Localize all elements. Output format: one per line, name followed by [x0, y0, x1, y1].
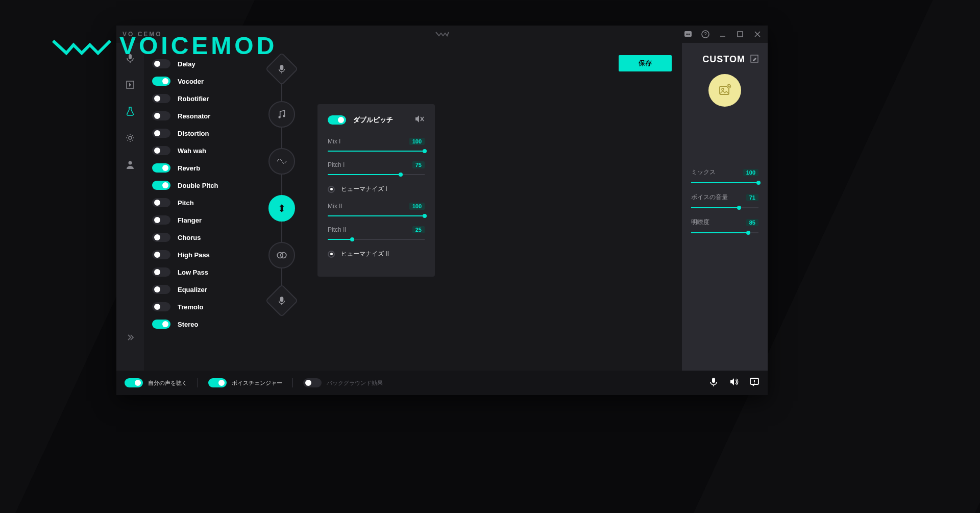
- effect-toggle[interactable]: [152, 285, 170, 294]
- bottom-bar: 自分の声を聴く ボイスチェンジャー バックグラウンド効果: [116, 371, 768, 395]
- edit-icon[interactable]: [750, 55, 758, 65]
- close-icon[interactable]: [753, 30, 762, 38]
- effect-toggle[interactable]: [152, 250, 170, 259]
- effect-label: Chorus: [178, 234, 201, 241]
- nav-account-icon[interactable]: [124, 158, 136, 170]
- effect-panel-title: ダブルピッチ: [353, 115, 393, 125]
- toggle-background[interactable]: [303, 378, 322, 387]
- nav-voicelab-icon[interactable]: [124, 105, 136, 117]
- effect-row[interactable]: Double Pitch: [152, 177, 246, 194]
- effects-list: DelayVocoderRobotifierResonatorDistortio…: [144, 43, 246, 371]
- discord-icon[interactable]: [684, 30, 692, 38]
- toggle-hear-self[interactable]: [125, 378, 143, 387]
- checkbox-row[interactable]: ヒューマナイズ II: [328, 250, 425, 258]
- effect-row[interactable]: Robotifier: [152, 90, 246, 107]
- effect-panel-toggle[interactable]: [328, 115, 346, 125]
- effect-label: Stereo: [178, 321, 198, 328]
- slider[interactable]: [328, 236, 425, 242]
- toggle-voice-changer[interactable]: [208, 378, 227, 387]
- effect-row[interactable]: Resonator: [152, 107, 246, 125]
- feedback-icon[interactable]: [749, 377, 760, 389]
- help-icon[interactable]: ?: [701, 30, 709, 38]
- effect-row[interactable]: Vocoder: [152, 72, 246, 90]
- checkbox-label: ヒューマナイズ II: [341, 250, 389, 258]
- effect-toggle[interactable]: [152, 77, 170, 86]
- slider[interactable]: [328, 148, 425, 154]
- sidebar-nav: [116, 43, 144, 371]
- chain-node-music[interactable]: [268, 101, 295, 128]
- effect-toggle[interactable]: [152, 215, 170, 225]
- effect-label: High Pass: [178, 251, 210, 259]
- effect-label: Equalizer: [178, 286, 207, 294]
- speaker-icon[interactable]: [729, 377, 739, 389]
- svg-rect-27: [712, 378, 715, 383]
- param-label: Pitch II: [328, 226, 347, 233]
- slider[interactable]: [691, 180, 758, 186]
- param-label: ボイスの音量: [691, 193, 728, 202]
- chain-node-wave[interactable]: [268, 148, 295, 175]
- svg-point-23: [722, 88, 724, 90]
- mute-icon[interactable]: [414, 114, 425, 126]
- maximize-icon[interactable]: [736, 30, 744, 38]
- checkbox-radio[interactable]: [328, 186, 335, 193]
- save-button[interactable]: 保存: [619, 55, 672, 71]
- effect-toggle[interactable]: [152, 233, 170, 242]
- effect-row[interactable]: Equalizer: [152, 281, 246, 298]
- svg-point-12: [129, 161, 132, 165]
- effect-toggle[interactable]: [152, 129, 170, 138]
- param-value: 100: [743, 169, 758, 176]
- effect-row[interactable]: Chorus: [152, 229, 246, 246]
- effect-row[interactable]: Pitch: [152, 194, 246, 211]
- effect-row[interactable]: Reverb: [152, 159, 246, 177]
- svg-text:?: ?: [704, 32, 707, 37]
- nav-settings-icon[interactable]: [124, 132, 136, 144]
- slider[interactable]: [328, 213, 425, 219]
- slider[interactable]: [328, 172, 425, 178]
- effect-chain: [246, 43, 317, 371]
- chain-node-double-pitch[interactable]: [268, 195, 295, 222]
- brand-text: VOICEMOD: [119, 32, 277, 60]
- effect-row[interactable]: Wah wah: [152, 142, 246, 159]
- chain-node-output[interactable]: [265, 284, 298, 317]
- voicemod-logo-icon: [51, 35, 112, 57]
- app-window: VO CEMO ? DelayVocoderRobotifierResonato…: [116, 26, 768, 395]
- chain-node-stereo[interactable]: [268, 242, 295, 268]
- divider: [198, 378, 198, 387]
- param-value: 25: [412, 226, 425, 233]
- effect-label: Robotifier: [178, 95, 209, 103]
- svg-point-14: [278, 116, 280, 118]
- center-area: 保存 ダブルピッチ Mix I100Pitch I75ヒューマナイズ IMix …: [317, 43, 682, 371]
- effect-row[interactable]: Flanger: [152, 211, 246, 229]
- param-label: Mix I: [328, 138, 340, 145]
- svg-point-2: [689, 34, 690, 35]
- label-hear-self: 自分の声を聴く: [148, 379, 187, 387]
- nav-expand-icon[interactable]: [126, 333, 135, 344]
- param-label: Mix II: [328, 203, 342, 210]
- effect-row[interactable]: Stereo: [152, 315, 246, 333]
- brand-logo: VOICEMOD: [51, 32, 277, 60]
- avatar-add-image[interactable]: [708, 74, 741, 107]
- svg-rect-13: [280, 65, 284, 70]
- checkbox-row[interactable]: ヒューマナイズ I: [328, 185, 425, 193]
- mic-icon[interactable]: [708, 377, 719, 389]
- effect-toggle[interactable]: [152, 111, 170, 120]
- minimize-icon[interactable]: [719, 30, 727, 38]
- effect-toggle[interactable]: [152, 146, 170, 155]
- nav-soundboard-icon[interactable]: [124, 79, 136, 91]
- effect-toggle[interactable]: [152, 198, 170, 207]
- effect-toggle[interactable]: [152, 320, 170, 329]
- checkbox-radio[interactable]: [328, 251, 335, 258]
- slider[interactable]: [691, 230, 758, 236]
- effect-toggle[interactable]: [152, 302, 170, 311]
- effect-row[interactable]: High Pass: [152, 246, 246, 263]
- effect-toggle[interactable]: [152, 94, 170, 103]
- param-group: Mix II100: [328, 203, 425, 219]
- effect-row[interactable]: Tremolo: [152, 298, 246, 315]
- effect-toggle[interactable]: [152, 163, 170, 173]
- effect-row[interactable]: Low Pass: [152, 263, 246, 281]
- effect-toggle[interactable]: [152, 181, 170, 190]
- effect-toggle[interactable]: [152, 267, 170, 277]
- effect-toggle[interactable]: [152, 59, 170, 68]
- effect-row[interactable]: Distortion: [152, 125, 246, 142]
- slider[interactable]: [691, 205, 758, 211]
